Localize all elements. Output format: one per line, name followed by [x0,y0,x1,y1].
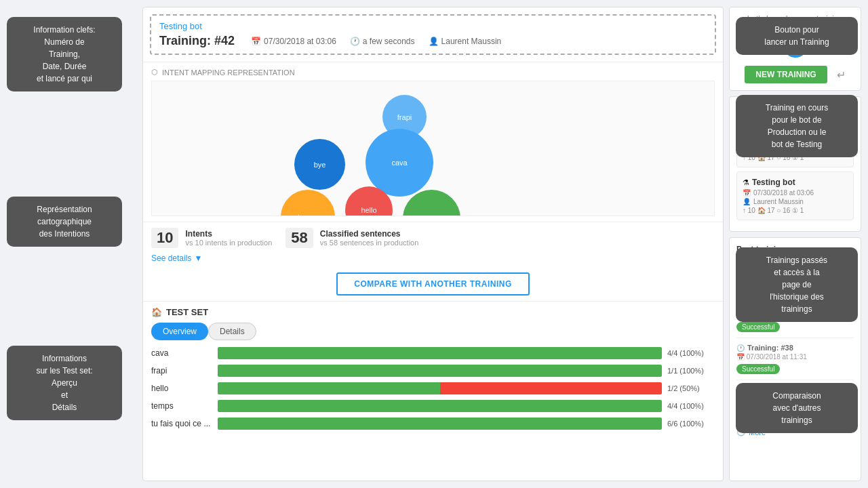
annotation-comparaison: Comparaison avec d'autres trainings [736,383,858,433]
row-label: temps [151,401,212,411]
progress-text: 4/4 (100%) [667,402,715,410]
calendar-icon: 📅 [251,37,261,46]
progress-bar-green [218,400,662,412]
intents-sub: vs 10 intents in production [185,239,272,247]
row-label: tu fais quoi ce ... [151,419,212,428]
card-user: 👤 Laurent Maussin [743,198,848,205]
row-label: hello [151,384,212,393]
status-badge: Successful [736,364,780,374]
test-set-tabs: OverviewDetails [151,323,715,340]
intents-count: 10 [151,228,178,248]
progress-text: 4/4 (100%) [667,349,715,357]
tab-overview[interactable]: Overview [151,323,208,340]
intent-mapping-title: ⬡ INTENT MAPPING REPRESENTATION [151,68,715,77]
progress-bar-green [218,365,662,377]
map-icon: ⬡ [151,68,158,77]
annotation-training-en-cours: Training en cours pour le bot de Product… [736,95,858,157]
bot-type-icon: ⚗ [743,178,749,187]
tab-details[interactable]: Details [208,323,256,340]
see-details-link[interactable]: See details ▼ [143,253,723,267]
clock-icon: 🕐 [350,37,360,46]
training-number: Training: #42 [159,34,235,48]
bubble-bye: bye [294,139,345,190]
bot-name: Testing bot [752,178,795,187]
training-header: Testing bot Training: #42 📅 07/30/2018 a… [150,14,716,55]
progress-bar-wrap [218,365,662,377]
center-panel: Testing bot Training: #42 📅 07/30/2018 a… [142,7,724,481]
clock-icon: 🕐 [736,344,745,352]
training-user: 👤 Laurent Maussin [429,37,502,46]
progress-bar-wrap [218,418,662,430]
compare-section: COMPARE WITH ANOTHER TRAINING [143,267,723,301]
new-training-button[interactable]: NEW TRAINING [745,66,827,83]
intent-mapping-section: ⬡ INTENT MAPPING REPRESENTATION frapibye… [143,62,723,222]
test-set-row: temps4/4 (100%) [151,400,715,412]
test-set-section: 🏠 TEST SET OverviewDetails cava4/4 (100%… [143,301,723,481]
progress-text: 1/2 (50%) [667,384,715,392]
test-set-icon: 🏠 [151,307,162,317]
enter-icon: ↵ [837,68,846,81]
card-date: 📅 07/30/2018 at 03:06 [743,189,848,197]
annotation-bouton-training: Bouton pour lancer un Training [736,17,858,55]
classified-label: Classified sentences [320,229,419,239]
test-set-row: frapi1/1 (100%) [151,365,715,377]
past-training-date: 📅 07/30/2018 at 11:31 [736,353,854,361]
intent-mapping-chart: frapibyecavatempshellotu fais qu. [151,81,715,216]
chevron-down-icon: ▼ [194,253,202,263]
progress-text: 1/1 (100%) [667,367,715,375]
progress-bar-green [218,418,662,430]
progress-bar-wrap [218,347,662,359]
progress-bar-green [218,347,662,359]
training-meta: 📅 07/30/2018 at 03:06 🕐 a few seconds 👤 … [251,37,501,46]
progress-bar-wrap [218,382,662,394]
row-label: frapi [151,366,212,375]
annotation-info-clefs: Information clefs: Numéro de Training, D… [7,17,122,92]
past-training-id: 🕐 Training: #38 [736,344,854,352]
calendar-icon: 📅 [736,353,745,361]
training-date: 📅 07/30/2018 at 03:06 [251,37,336,46]
stat-intents: 10 Intents vs 10 intents in production [151,228,272,248]
intents-label: Intents [185,229,272,239]
classified-sub: vs 58 sentences in production [320,239,419,247]
row-label: cava [151,348,212,358]
progress-bar-green [218,382,440,394]
user-icon: 👤 [429,37,439,46]
annotation-representation: Représentation cartographique des Intent… [7,197,122,247]
bubble-temps: temps [281,190,335,216]
stat-classified: 58 Classified sentences vs 58 sentences … [285,228,418,248]
annotation-trainings-passes: Trainings passés et accès à la page de l… [736,247,858,322]
test-set-title: 🏠 TEST SET [151,307,715,317]
progress-text: 6/6 (100%) [667,420,715,428]
test-set-row: hello1/2 (50%) [151,382,715,394]
progress-bar-wrap [218,400,662,412]
progress-bar-red [440,382,663,394]
bot-name: Testing bot [159,21,707,31]
classified-count: 58 [285,228,313,248]
compare-button[interactable]: COMPARE WITH ANOTHER TRAINING [336,272,530,296]
card-stats: ↑ 10 🏠 17 ○ 16 ① 1 [743,207,848,214]
training-in-use-card: ⚗ Testing bot 📅 07/30/2018 at 03:06 👤 La… [736,171,854,220]
progress-rows: cava4/4 (100%)frapi1/1 (100%)hello1/2 (5… [151,347,715,430]
past-training-item: 🕐 Training: #38 📅 07/30/2018 at 11:31 Su… [736,344,854,380]
test-set-row: cava4/4 (100%) [151,347,715,359]
stats-row: 10 Intents vs 10 intents in production 5… [143,222,723,253]
test-set-row: tu fais quoi ce ...6/6 (100%) [151,418,715,430]
user-icon: 👤 [743,198,751,205]
training-duration: 🕐 a few seconds [350,37,415,46]
status-badge: Successful [736,322,780,332]
calendar-icon: 📅 [743,189,751,197]
annotation-test-set: Informations sur les Test set: Aperçu et… [7,346,122,420]
bubble-cava: cava [366,129,433,197]
